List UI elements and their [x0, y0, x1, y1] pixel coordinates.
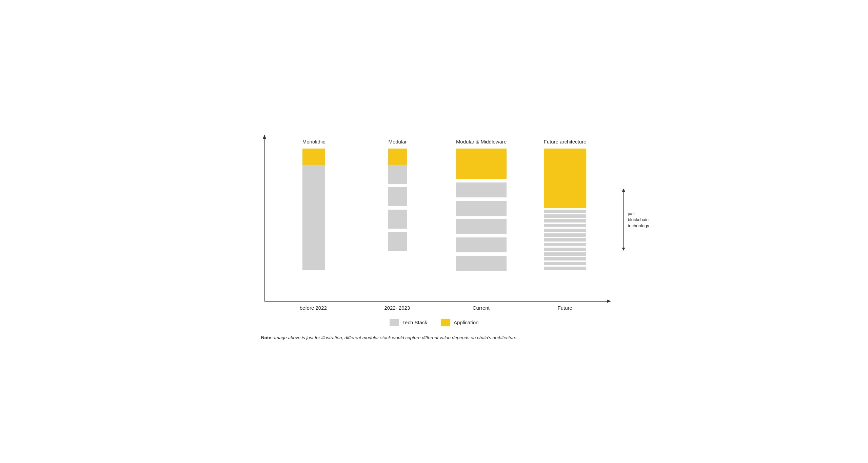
bar-segment-future-1 — [544, 208, 587, 270]
arrow-head-down-icon — [622, 248, 625, 251]
chart-plot: MonolithicModularModular & MiddlewareFut… — [264, 139, 607, 302]
x-label-monolithic: before 2022 — [278, 305, 349, 311]
legend-box-gold — [441, 319, 450, 326]
chart-container: MonolithicModularModular & MiddlewareFut… — [248, 112, 620, 351]
bar-modular: Modular — [388, 139, 407, 301]
bar-group-future: Future architecturejustblockchaintechnol… — [523, 139, 607, 301]
bar-segment-modular-middleware-8 — [456, 237, 507, 252]
bar-segment-modular-7 — [388, 232, 407, 251]
x-labels: before 20222022- 2023CurrentFuture — [264, 305, 607, 311]
bar-gap-modular-4 — [388, 206, 407, 210]
bar-segment-modular-middleware-6 — [456, 219, 507, 234]
legend-label-gold: Application — [454, 320, 478, 325]
bar-segment-future-0 — [544, 149, 587, 208]
legend: Tech StackApplication — [261, 319, 607, 326]
bar-segment-modular-0 — [388, 149, 407, 165]
bar-group-monolithic: Monolithic — [272, 139, 356, 301]
legend-item-gold: Application — [441, 319, 478, 326]
bar-segment-modular-middleware-2 — [456, 182, 507, 197]
chart-note: Note: Image above is just for illustrati… — [261, 334, 607, 341]
bar-label-monolithic: Monolithic — [302, 139, 326, 144]
legend-label-gray: Tech Stack — [402, 320, 427, 325]
x-label-modular-middleware: Current — [446, 305, 516, 311]
chart-inner: MonolithicModularModular & MiddlewareFut… — [264, 139, 607, 311]
bar-segment-modular-middleware-4 — [456, 201, 507, 216]
bar-group-modular: Modular — [356, 139, 439, 301]
bar-segment-monolithic-0 — [302, 149, 326, 165]
bar-gap-modular-middleware-9 — [456, 252, 507, 256]
x-label-modular: 2022- 2023 — [362, 305, 433, 311]
bar-stack-modular — [388, 149, 407, 251]
arrow-head-up-icon — [622, 189, 625, 192]
bar-segment-modular-1 — [388, 165, 407, 184]
bar-label-modular: Modular — [388, 139, 407, 144]
bar-gap-modular-middleware-1 — [456, 179, 507, 182]
annotation-text: justblockchaintechnology — [628, 211, 649, 229]
bar-group-modular-middleware: Modular & Middleware — [439, 139, 523, 301]
chart-area: MonolithicModularModular & MiddlewareFut… — [261, 139, 607, 311]
bar-gap-modular-middleware-7 — [456, 234, 507, 237]
bar-gap-modular-middleware-5 — [456, 216, 507, 219]
legend-box-gray — [390, 319, 399, 326]
annotation-just-blockchain: justblockchaintechnology — [622, 139, 649, 301]
bar-monolithic: Monolithic — [302, 139, 326, 301]
bar-label-future: Future architecture — [544, 139, 587, 144]
bar-label-modular-middleware: Modular & Middleware — [456, 139, 507, 144]
bar-segment-modular-3 — [388, 187, 407, 206]
bar-segment-modular-middleware-0 — [456, 149, 507, 179]
bar-stack-modular-middleware — [456, 149, 507, 271]
bar-gap-modular-2 — [388, 184, 407, 187]
legend-item-gray: Tech Stack — [390, 319, 427, 326]
bar-gap-modular-6 — [388, 229, 407, 232]
bar-gap-modular-middleware-3 — [456, 197, 507, 201]
bar-segment-monolithic-1 — [302, 165, 326, 270]
bar-stack-monolithic — [302, 149, 326, 270]
bar-segment-modular-5 — [388, 210, 407, 229]
annotation-arrow — [622, 189, 625, 251]
x-label-future: Future — [530, 305, 600, 311]
bar-future: Future architecturejustblockchaintechnol… — [544, 139, 587, 301]
bar-modular-middleware: Modular & Middleware — [456, 139, 507, 301]
annotation-v-line — [623, 192, 624, 248]
bar-segment-modular-middleware-10 — [456, 256, 507, 271]
bar-stack-future — [544, 149, 587, 270]
